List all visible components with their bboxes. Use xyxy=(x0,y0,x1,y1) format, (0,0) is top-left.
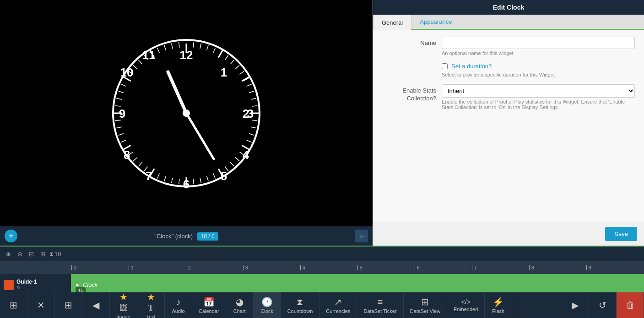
svg-line-60 xyxy=(164,45,166,50)
currencies-icon: ↗ xyxy=(334,296,342,307)
svg-line-4 xyxy=(193,42,194,48)
zoom-out-button[interactable]: ⊖ xyxy=(15,250,25,258)
svg-text:1: 1 xyxy=(221,66,227,79)
svg-line-37 xyxy=(157,174,160,179)
svg-line-12 xyxy=(239,71,244,74)
main-container: 12 1 2 3 4 5 6 7 8 9 10 11 xyxy=(0,0,644,318)
snap-button[interactable]: ⊹ xyxy=(355,230,368,242)
chart-label: Chart xyxy=(233,308,246,314)
toolbar-calendar[interactable]: 📅 Calendar xyxy=(192,292,226,318)
svg-line-35 xyxy=(172,178,173,183)
calendar-icon: 📅 xyxy=(203,296,215,307)
calendar-label: Calendar xyxy=(199,308,219,314)
countdown-icon: ⧗ xyxy=(297,297,303,307)
guide1-name: Guide-1 xyxy=(16,279,37,285)
guide1-list-icon[interactable]: ≡ xyxy=(22,285,25,291)
svg-text:8: 8 xyxy=(124,148,130,162)
ruler-mark-8: |8 xyxy=(529,265,586,270)
svg-line-76 xyxy=(186,113,214,159)
text-label: Text xyxy=(146,314,155,318)
svg-line-11 xyxy=(235,66,239,69)
preview-canvas: 12 1 2 3 4 5 6 7 8 9 10 11 xyxy=(0,0,373,226)
zoom-in-button[interactable]: ⊕ xyxy=(4,250,13,258)
svg-line-52 xyxy=(121,84,126,87)
toolbar-audio[interactable]: ♪ Audio xyxy=(165,292,192,318)
svg-line-31 xyxy=(200,178,201,183)
svg-line-6 xyxy=(206,45,208,50)
zoom-reset-button[interactable]: ⊞ xyxy=(38,250,48,258)
add-button[interactable]: + xyxy=(5,230,17,242)
clock-label: Clock xyxy=(260,308,273,314)
duration-row: Set a duration? xyxy=(382,63,635,70)
svg-line-7 xyxy=(213,48,216,53)
toolbar-embedded[interactable]: </> Embedded xyxy=(447,292,485,318)
toolbar-grid[interactable]: ⊞ xyxy=(55,292,82,318)
svg-line-62 xyxy=(179,42,179,48)
toolbar-delete[interactable]: 🗑 xyxy=(617,292,644,318)
svg-text:11: 11 xyxy=(142,48,156,62)
svg-line-34 xyxy=(179,179,179,184)
svg-line-22 xyxy=(247,140,252,143)
ruler-mark-6: |6 xyxy=(414,265,471,270)
duration-value: 10 xyxy=(54,251,61,258)
svg-line-8 xyxy=(218,49,223,57)
svg-line-16 xyxy=(251,99,256,99)
svg-line-26 xyxy=(230,162,234,166)
toolbar-chart[interactable]: ◕ Chart xyxy=(226,292,254,318)
save-button[interactable]: Save xyxy=(605,227,637,241)
name-input[interactable] xyxy=(442,37,635,49)
toolbar-flash[interactable]: ⚡ Flash xyxy=(485,292,512,318)
duration-checkbox[interactable] xyxy=(442,63,448,69)
ruler-mark-0: |0 xyxy=(71,265,128,270)
svg-line-9 xyxy=(225,55,228,60)
dataset-ticker-label: DataSet Ticker xyxy=(363,308,396,314)
guide1-edit-icon[interactable]: ✎ xyxy=(16,285,21,291)
preview-footer: + "Clock" (clock) 10 / 0 ⊹ xyxy=(0,226,373,246)
ruler-mark-3: |3 xyxy=(243,265,300,270)
svg-line-44 xyxy=(121,140,126,143)
toolbar-undo[interactable]: ↺ xyxy=(589,292,617,318)
dataset-view-label: DataSet View xyxy=(410,308,440,314)
guide1-info: Guide-1 ✎ ≡ xyxy=(16,279,37,291)
stats-label: Enable Stats Collection? xyxy=(382,84,442,103)
toolbar-countdown[interactable]: ⧗ Countdown xyxy=(281,292,320,318)
svg-text:4: 4 xyxy=(243,148,249,162)
toolbar-image[interactable]: ★ 🖼 Image xyxy=(110,292,137,318)
svg-line-40 xyxy=(139,162,142,166)
image-label: Image xyxy=(116,314,130,318)
zoom-fit-button[interactable]: ⊡ xyxy=(27,250,36,258)
toolbar-next[interactable]: ▶ xyxy=(562,292,589,318)
toolbar-text[interactable]: ★ T Text xyxy=(137,292,165,318)
flash-label: Flash xyxy=(492,308,504,314)
ruler-mark-1: |1 xyxy=(128,265,185,270)
toolbar-prev[interactable]: ◀ xyxy=(82,292,110,318)
text-star-icon: ★ xyxy=(147,291,155,302)
clock-icon: 🕐 xyxy=(261,296,273,307)
tab-general[interactable]: General xyxy=(373,15,411,30)
clock-name-label: "Clock" (clock) xyxy=(154,233,193,240)
tab-appearance[interactable]: Appearance xyxy=(411,15,460,29)
toolbar-layout[interactable]: ⊞ xyxy=(0,292,27,318)
svg-line-46 xyxy=(116,127,122,128)
toolbar-dataset-view[interactable]: ⊞ DataSet View xyxy=(404,292,447,318)
edit-panel-footer: Save xyxy=(373,222,644,246)
svg-line-56 xyxy=(139,60,142,64)
svg-line-14 xyxy=(247,84,252,87)
svg-line-13 xyxy=(242,77,249,81)
toolbar-dataset-ticker[interactable]: ≡ DataSet Ticker xyxy=(357,292,403,318)
svg-line-49 xyxy=(115,106,121,106)
ruler-mark-4: |4 xyxy=(300,265,357,270)
tools-icon: ✕ xyxy=(37,300,45,311)
toolbar-clock[interactable]: 🕐 Clock xyxy=(254,292,281,318)
preview-footer-text: "Clock" (clock) 10 / 0 xyxy=(17,233,355,240)
svg-line-29 xyxy=(213,174,216,179)
toolbar-tools[interactable]: ✕ xyxy=(27,292,55,318)
svg-text:5: 5 xyxy=(221,169,227,183)
delete-icon: 🗑 xyxy=(626,300,635,311)
dataset-ticker-icon: ≡ xyxy=(378,297,383,307)
svg-line-25 xyxy=(235,157,239,161)
audio-icon: ♪ xyxy=(176,297,181,307)
toolbar-currencies[interactable]: ↗ Currencies xyxy=(319,292,357,318)
name-label: Name xyxy=(382,37,442,46)
stats-select[interactable]: Inherit On Off xyxy=(442,84,635,98)
